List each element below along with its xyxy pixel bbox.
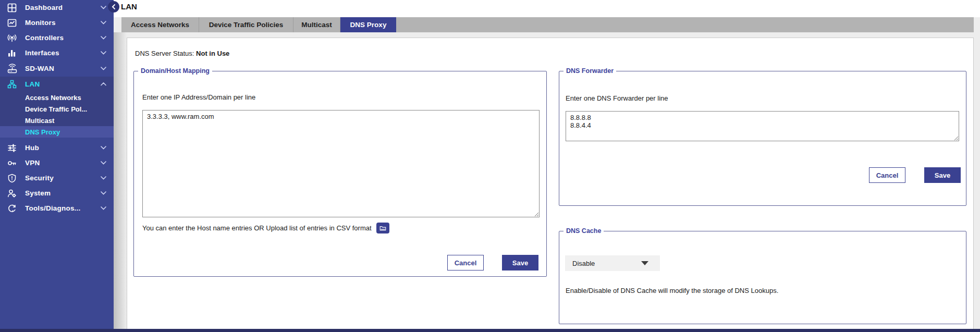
sidebar-item-multicast[interactable]: Multicast xyxy=(0,115,114,126)
dns-cache-selected-option: Disable xyxy=(565,260,641,267)
bottom-strip xyxy=(0,329,980,332)
dns-cache-legend: DNS Cache xyxy=(564,227,604,235)
sidebar-item-label: Controllers xyxy=(25,34,101,42)
tab-label: Device Traffic Policies xyxy=(209,21,284,29)
tab-label: DNS Proxy xyxy=(350,21,387,29)
dns-forwarder-hint: Enter one DNS Forwarder per line xyxy=(566,94,668,102)
dns-forwarder-textarea[interactable]: 8.8.8.8 8.8.4.4 xyxy=(566,111,959,141)
sidebar-item-label: VPN xyxy=(25,159,101,167)
sidebar-item-vpn[interactable]: VPN xyxy=(0,155,114,170)
tab-label: Access Networks xyxy=(131,21,189,29)
dashboard-icon xyxy=(7,3,17,13)
sidebar-item-label: LAN xyxy=(25,80,101,88)
domain-host-mapping-legend: Domain/Host Mapping xyxy=(138,67,212,75)
chevron-down-icon[interactable] xyxy=(101,36,106,40)
sidebar-item-label: Interfaces xyxy=(25,49,101,57)
header-bar xyxy=(114,0,980,17)
sidebar: Dashboard Monitors Controllers xyxy=(0,0,114,329)
tools-refresh-icon xyxy=(7,203,17,214)
caret-down-icon xyxy=(641,261,648,265)
csv-upload-line: You can enter the Host name entries OR U… xyxy=(142,223,389,233)
hub-icon xyxy=(7,143,17,153)
dns-server-status: DNS Server Status: Not in Use xyxy=(135,50,229,57)
dns-cache-fieldset: DNS Cache Disable Enable/Disable of DNS … xyxy=(559,227,966,324)
chevron-down-icon[interactable] xyxy=(101,146,106,150)
domain-host-mapping-hint: Enter one IP Address/Domain per line xyxy=(142,93,255,101)
monitors-icon xyxy=(7,18,17,28)
sidebar-item-label: Security xyxy=(25,174,101,182)
sidebar-item-interfaces[interactable]: Interfaces xyxy=(0,45,114,60)
dns-cache-dropdown[interactable]: Disable xyxy=(565,255,660,271)
chevron-down-icon[interactable] xyxy=(101,176,106,180)
domain-host-mapping-fieldset: Domain/Host Mapping Enter one IP Address… xyxy=(133,67,547,277)
sidebar-item-label: Dashboard xyxy=(25,4,101,11)
save-button[interactable]: Save xyxy=(502,255,538,270)
folder-upload-icon xyxy=(379,225,386,231)
sub-item-label: Device Traffic Pol... xyxy=(25,105,87,113)
sidebar-item-sdwan[interactable]: SD-WAN xyxy=(0,60,114,77)
csv-note: You can enter the Host name entries OR U… xyxy=(142,224,372,232)
tab-dns-proxy[interactable]: DNS Proxy xyxy=(340,17,396,32)
tab-label: Multicast xyxy=(301,21,332,29)
sidebar-item-dns-proxy[interactable]: DNS Proxy xyxy=(0,126,114,138)
save-button[interactable]: Save xyxy=(924,167,961,183)
sidebar-group-lan: LAN Access Networks Device Traffic Pol..… xyxy=(0,77,114,138)
folder-upload-button[interactable] xyxy=(376,223,389,233)
sidebar-item-label: SD-WAN xyxy=(25,65,101,72)
tab-bar: Access Networks Device Traffic Policies … xyxy=(121,17,974,32)
sidebar-item-dashboard[interactable]: Dashboard xyxy=(0,0,114,15)
chevron-down-icon[interactable] xyxy=(101,6,106,9)
sidebar-item-label: System xyxy=(25,189,101,197)
sidebar-item-hub[interactable]: Hub xyxy=(0,140,114,155)
domain-host-mapping-textarea[interactable]: 3.3.3.3, www.ram.com xyxy=(142,110,540,217)
page-title: LAN xyxy=(121,2,137,11)
app-screen: Dashboard Monitors Controllers xyxy=(0,0,980,332)
dns-cache-note: Enable/Disable of DNS Cache will modify … xyxy=(566,287,778,294)
tab-access-networks[interactable]: Access Networks xyxy=(121,17,199,32)
back-button[interactable] xyxy=(108,1,119,13)
sidebar-item-system[interactable]: System xyxy=(0,186,114,201)
status-label: DNS Server Status: xyxy=(135,50,194,57)
user-gear-icon xyxy=(7,188,17,199)
sdwan-icon xyxy=(7,64,17,74)
vpn-key-icon xyxy=(7,158,17,168)
sidebar-item-access-networks[interactable]: Access Networks xyxy=(0,92,114,103)
dns-forwarder-legend: DNS Forwarder xyxy=(564,67,616,75)
chevron-down-icon[interactable] xyxy=(101,206,106,210)
sidebar-item-controllers[interactable]: Controllers xyxy=(0,30,114,45)
dns-forwarder-actions: Cancel Save xyxy=(869,167,961,183)
lan-icon xyxy=(7,79,17,90)
cancel-button[interactable]: Cancel xyxy=(447,255,484,270)
sidebar-item-label: Hub xyxy=(25,144,101,152)
cancel-button[interactable]: Cancel xyxy=(869,167,905,183)
sidebar-item-lan[interactable]: LAN xyxy=(0,77,114,92)
sub-item-label: DNS Proxy xyxy=(25,128,60,136)
shield-icon xyxy=(7,173,17,183)
chevron-down-icon[interactable] xyxy=(101,51,106,55)
sidebar-item-monitors[interactable]: Monitors xyxy=(0,15,114,30)
sidebar-item-tools-diagnostics[interactable]: Tools/Diagnos... xyxy=(0,201,114,216)
domain-host-mapping-actions: Cancel Save xyxy=(447,255,538,270)
interfaces-icon xyxy=(7,48,17,58)
sidebar-item-device-traffic-policies[interactable]: Device Traffic Pol... xyxy=(0,103,114,115)
tab-device-traffic-policies[interactable]: Device Traffic Policies xyxy=(199,17,293,32)
chevron-down-icon[interactable] xyxy=(101,21,106,24)
tab-multicast[interactable]: Multicast xyxy=(293,17,340,32)
dns-forwarder-fieldset: DNS Forwarder Enter one DNS Forwarder pe… xyxy=(559,67,966,206)
chevron-down-icon[interactable] xyxy=(101,191,106,195)
chevron-left-icon xyxy=(111,4,116,10)
dns-proxy-panel: DNS Server Status: Not in Use Domain/Hos… xyxy=(127,38,974,329)
controllers-icon xyxy=(7,33,17,43)
chevron-down-icon[interactable] xyxy=(101,161,106,165)
sub-item-label: Access Networks xyxy=(25,94,81,102)
sidebar-item-label: Monitors xyxy=(25,19,101,27)
sidebar-item-security[interactable]: Security xyxy=(0,170,114,186)
chevron-down-icon[interactable] xyxy=(101,67,106,70)
chevron-up-icon[interactable] xyxy=(101,82,106,86)
sidebar-item-label: Tools/Diagnos... xyxy=(25,204,101,212)
status-value: Not in Use xyxy=(196,50,229,57)
sub-item-label: Multicast xyxy=(25,117,54,125)
